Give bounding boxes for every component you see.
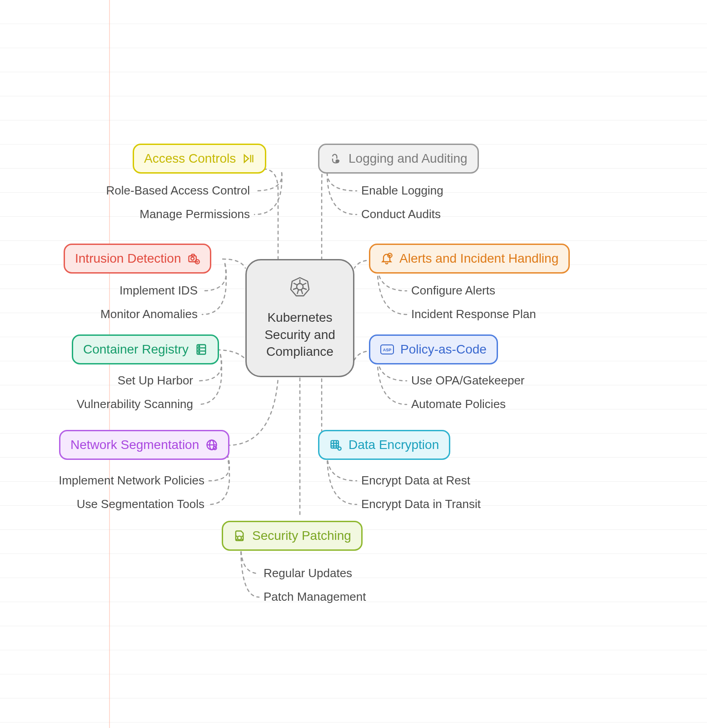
- child-text[interactable]: Configure Alerts: [411, 284, 495, 298]
- svg-point-26: [337, 161, 338, 162]
- branch-intrusion-detection[interactable]: Intrusion Detection: [64, 244, 211, 274]
- branch-security-patching[interactable]: Security Patching: [222, 521, 363, 551]
- svg-line-3: [303, 283, 306, 285]
- svg-line-4: [303, 288, 307, 289]
- svg-line-38: [242, 536, 243, 537]
- bell-check-icon: [380, 252, 393, 265]
- grid-lock-icon: [329, 439, 342, 451]
- child-text[interactable]: Conduct Audits: [361, 207, 441, 221]
- svg-point-36: [238, 536, 241, 540]
- svg-point-13: [191, 257, 194, 260]
- play-pause-icon: [242, 152, 255, 165]
- svg-line-6: [297, 289, 299, 294]
- child-text[interactable]: Encrypt Data at Rest: [361, 474, 470, 488]
- svg-line-40: [242, 539, 243, 540]
- svg-point-19: [199, 349, 199, 350]
- svg-line-5: [301, 289, 303, 294]
- mindmap-canvas[interactable]: Kubernetes Security and Compliance Acces…: [0, 0, 707, 728]
- asp-badge-icon: ASP: [380, 344, 394, 354]
- branch-data-encryption[interactable]: Data Encryption: [318, 430, 450, 460]
- svg-point-20: [199, 352, 199, 353]
- eye-hand-icon: [329, 152, 342, 165]
- svg-line-7: [293, 288, 297, 289]
- branch-label: Container Registry: [83, 342, 189, 357]
- child-text[interactable]: Set Up Harbor: [32, 374, 193, 388]
- svg-line-8: [294, 283, 297, 285]
- branch-label: Logging and Auditing: [349, 151, 468, 166]
- branch-alerts-incident[interactable]: Alerts and Incident Handling: [369, 244, 570, 274]
- svg-point-18: [199, 346, 199, 347]
- child-text[interactable]: Use Segmentation Tools: [41, 497, 204, 511]
- branch-label: Policy-as-Code: [400, 342, 487, 357]
- svg-text:ASP: ASP: [383, 348, 392, 352]
- branch-policy-as-code[interactable]: ASP Policy-as-Code: [369, 334, 498, 364]
- branch-label: Intrusion Detection: [75, 251, 181, 266]
- child-text[interactable]: Use OPA/Gatekeeper: [411, 374, 525, 388]
- child-text[interactable]: Patch Management: [264, 590, 366, 604]
- svg-line-39: [236, 539, 237, 540]
- file-bug-icon: [233, 529, 246, 542]
- child-text[interactable]: Manage Permissions: [89, 207, 250, 221]
- branch-container-registry[interactable]: Container Registry: [72, 334, 219, 364]
- kubernetes-wheel-icon: [289, 276, 311, 302]
- child-text[interactable]: Encrypt Data in Transit: [361, 497, 481, 511]
- globe-cog-icon: [205, 439, 218, 451]
- branch-network-segmentation[interactable]: Network Segmentation: [59, 430, 229, 460]
- central-title: Kubernetes Security and Compliance: [255, 309, 345, 360]
- child-text[interactable]: Enable Logging: [361, 184, 443, 198]
- svg-marker-9: [244, 155, 249, 162]
- svg-line-37: [236, 536, 237, 537]
- child-text[interactable]: Role-Based Access Control: [89, 184, 250, 198]
- svg-rect-30: [331, 441, 339, 448]
- branch-label: Network Segmentation: [70, 438, 199, 452]
- branch-label: Security Patching: [252, 529, 351, 543]
- svg-point-35: [338, 447, 341, 450]
- child-text[interactable]: Implement Network Policies: [41, 474, 204, 488]
- branch-label: Alerts and Incident Handling: [399, 251, 558, 266]
- branch-label: Data Encryption: [349, 438, 439, 452]
- svg-point-1: [297, 284, 303, 290]
- child-text[interactable]: Vulnerability Scanning: [32, 397, 193, 411]
- branch-logging-auditing[interactable]: Logging and Auditing: [318, 144, 479, 174]
- child-text[interactable]: Implement IDS: [36, 284, 198, 298]
- camera-check-icon: [187, 252, 200, 265]
- child-text[interactable]: Monitor Anomalies: [36, 307, 198, 321]
- child-text[interactable]: Regular Updates: [264, 566, 352, 580]
- branch-label: Access Controls: [144, 151, 236, 166]
- child-text[interactable]: Incident Response Plan: [411, 307, 536, 321]
- child-text[interactable]: Automate Policies: [411, 397, 506, 411]
- central-node[interactable]: Kubernetes Security and Compliance: [245, 259, 354, 377]
- branch-access-controls[interactable]: Access Controls: [133, 144, 266, 174]
- server-rack-icon: [195, 343, 208, 356]
